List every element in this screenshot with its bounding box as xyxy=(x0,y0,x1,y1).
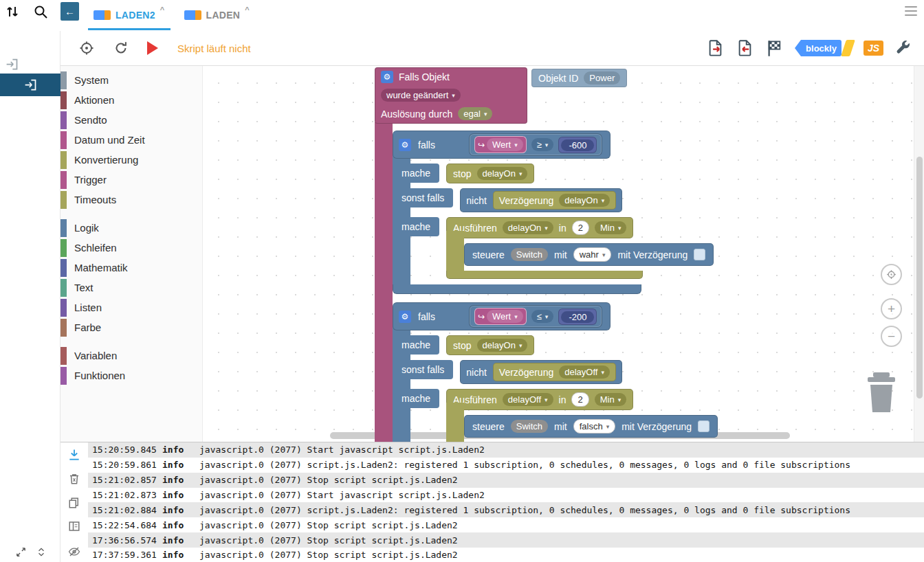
sort-icon[interactable] xyxy=(4,3,22,21)
block-verzoegerung[interactable]: Verzögerung delayOn xyxy=(493,191,616,210)
timeout-dropdown[interactable]: delayOn xyxy=(559,194,610,207)
toolbox-category-sendto[interactable]: Sendto xyxy=(60,110,202,130)
toolbox-category-system[interactable]: System xyxy=(60,70,202,90)
operator-dropdown[interactable]: ≥ xyxy=(531,138,554,151)
value-dropdown[interactable]: wahr xyxy=(573,247,612,262)
block-steuere[interactable]: steuere Switch mit falsch mit Verzögerun… xyxy=(464,415,718,438)
falls-header[interactable]: falls Wert ≤ -200 xyxy=(393,302,610,330)
toolbox-category-mathematik[interactable]: Mathematik xyxy=(60,258,202,278)
mutator-gear-icon[interactable] xyxy=(381,71,393,83)
copy-log-icon[interactable] xyxy=(68,496,80,510)
objekt-id-field[interactable]: Power xyxy=(584,71,620,85)
number-field[interactable]: -600 xyxy=(561,139,594,151)
check-blocks-flag-icon[interactable] xyxy=(765,39,784,58)
toolbox-category-funktionen[interactable]: Funktionen xyxy=(60,366,202,385)
expand-vertical-icon[interactable] xyxy=(36,546,46,558)
timeout-dropdown[interactable]: delayOn xyxy=(477,167,528,180)
hamburger-menu-icon[interactable] xyxy=(905,6,917,16)
block-number[interactable]: -200 xyxy=(558,308,597,325)
vertical-scrollbar-track[interactable] xyxy=(914,66,924,442)
blockly-workspace[interactable]: Falls Objekt wurde geändert Auslösung du… xyxy=(203,66,924,442)
collapse-panel-icon[interactable] xyxy=(15,546,27,558)
wert-dropdown[interactable]: Wert xyxy=(487,138,523,151)
unit-dropdown[interactable]: Min xyxy=(595,393,626,406)
falls-objekt-body[interactable]: Falls Objekt wurde geändert Auslösung du… xyxy=(375,67,527,124)
falls-header[interactable]: falls Wert ≥ -600 xyxy=(393,131,610,159)
number-field[interactable]: -200 xyxy=(561,311,594,323)
block-wert[interactable]: Wert xyxy=(474,136,527,153)
zoom-reset-button[interactable] xyxy=(881,264,902,285)
export-blocks-icon[interactable] xyxy=(706,39,725,58)
block-steuere[interactable]: steuere Switch mit wahr mit Verzögerung xyxy=(464,243,714,266)
block-compare[interactable]: Wert ≥ -600 xyxy=(470,134,602,155)
toolbox-category-aktionen[interactable]: Aktionen xyxy=(60,90,202,110)
block-nicht[interactable]: nicht Verzögerung delayOff xyxy=(460,360,622,384)
block-falls-objekt[interactable]: Falls Objekt wurde geändert Auslösung du… xyxy=(375,67,718,442)
log-columns-icon[interactable] xyxy=(67,520,81,532)
with-delay-checkbox[interactable] xyxy=(694,249,705,260)
block-falls-1[interactable]: falls Wert ≥ -600 xyxy=(393,131,714,294)
import-blocks-icon[interactable] xyxy=(736,39,754,58)
block-compare[interactable]: Wert ≤ -200 xyxy=(470,306,602,327)
hide-log-eye-icon[interactable] xyxy=(67,546,82,558)
javascript-editor-toggle[interactable]: JS xyxy=(864,41,883,56)
block-objekt-id[interactable]: Objekt ID Power xyxy=(531,69,627,87)
blockly-editor-toggle[interactable]: blockly xyxy=(795,40,852,56)
toolbox-category-logik[interactable]: Logik xyxy=(60,218,202,238)
triggered-by-dropdown[interactable]: egal xyxy=(458,107,492,120)
clear-log-trash-icon[interactable] xyxy=(68,472,80,486)
mutator-gear-icon[interactable] xyxy=(399,311,411,323)
timeout-dropdown[interactable]: delayOff xyxy=(503,393,553,406)
toolbox-category-datum-und-zeit[interactable]: Datum und Zeit xyxy=(60,130,202,150)
block-ausfuehren[interactable]: Ausführen delayOn in 2 Min steuere Switc… xyxy=(446,217,714,279)
interval-field[interactable]: 2 xyxy=(571,392,588,407)
block-ausfuehren[interactable]: Ausführen delayOff in 2 Min steuere Swit… xyxy=(446,389,718,442)
wert-dropdown[interactable]: Wert xyxy=(487,310,523,323)
scripts-panel-button-active[interactable] xyxy=(0,74,60,96)
zoom-out-button[interactable]: − xyxy=(881,326,902,347)
locate-blocks-icon[interactable] xyxy=(78,40,95,56)
settings-wrench-icon[interactable] xyxy=(894,40,912,57)
block-stop-timeout[interactable]: stop delayOn xyxy=(446,164,534,183)
download-log-icon[interactable] xyxy=(67,448,81,462)
with-delay-checkbox[interactable] xyxy=(698,420,710,432)
toolbox-category-timeouts[interactable]: Timeouts xyxy=(60,190,202,210)
toolbox-category-text[interactable]: Text xyxy=(60,278,202,297)
tab-laden2[interactable]: LADEN2 xyxy=(84,0,175,30)
ausfuehren-header[interactable]: Ausführen delayOn in 2 Min xyxy=(446,217,633,238)
event-dropdown[interactable]: wurde geändert xyxy=(381,89,461,102)
block-wert[interactable]: Wert xyxy=(474,308,527,325)
block-verzoegerung[interactable]: Verzögerung delayOff xyxy=(493,363,616,381)
vertical-scrollbar-thumb[interactable] xyxy=(916,157,923,398)
block-number[interactable]: -600 xyxy=(558,137,597,153)
log-rows[interactable]: 15:20:59.845infojavascript.0 (2077) Star… xyxy=(88,442,924,562)
toolbox-category-variablen[interactable]: Variablen xyxy=(60,346,202,366)
zoom-in-button[interactable]: + xyxy=(881,298,902,319)
block-falls-2[interactable]: falls Wert ≤ -200 xyxy=(393,302,718,442)
timeout-dropdown[interactable]: delayOn xyxy=(503,221,553,234)
mutator-gear-icon[interactable] xyxy=(399,139,411,151)
trash-icon[interactable] xyxy=(864,371,899,416)
operator-dropdown[interactable]: ≤ xyxy=(531,310,554,323)
timeout-dropdown[interactable]: delayOn xyxy=(477,339,528,352)
expert-mode-icon[interactable] xyxy=(5,57,19,71)
block-stop-timeout[interactable]: stop delayOn xyxy=(446,335,534,355)
interval-field[interactable]: 2 xyxy=(572,221,589,235)
toolbox-category-listen[interactable]: Listen xyxy=(60,297,202,317)
back-button[interactable] xyxy=(60,2,79,21)
oid-field[interactable]: Switch xyxy=(511,248,548,261)
refresh-icon[interactable] xyxy=(113,40,129,56)
toolbox-category-trigger[interactable]: Trigger xyxy=(60,170,202,190)
toolbox-category-konvertierung[interactable]: Konvertierung xyxy=(60,150,202,170)
search-icon[interactable] xyxy=(32,3,50,21)
unit-dropdown[interactable]: Min xyxy=(595,221,626,234)
ausfuehren-header[interactable]: Ausführen delayOff in 2 Min xyxy=(446,389,633,410)
timeout-dropdown[interactable]: delayOff xyxy=(559,366,610,379)
oid-field[interactable]: Switch xyxy=(511,420,548,433)
toolbox-category-farbe[interactable]: Farbe xyxy=(60,317,202,337)
toolbox-category-schleifen[interactable]: Schleifen xyxy=(60,238,202,258)
block-nicht[interactable]: nicht Verzögerung delayOn xyxy=(460,188,622,212)
tab-laden[interactable]: LADEN xyxy=(175,0,259,30)
run-script-button[interactable] xyxy=(147,41,158,55)
value-dropdown[interactable]: falsch xyxy=(573,419,616,434)
